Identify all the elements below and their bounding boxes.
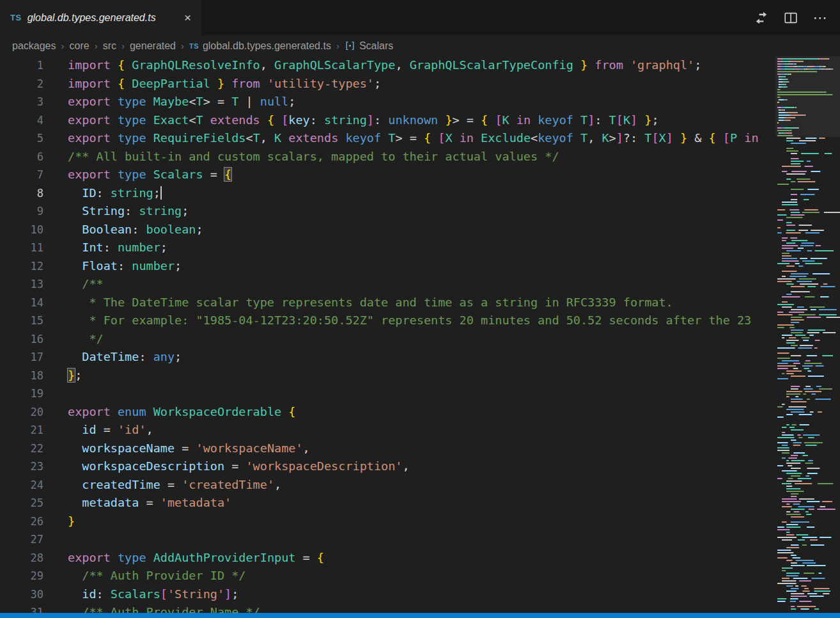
code-line-21[interactable]: 21 id = 'id', xyxy=(0,421,775,440)
code-token: T xyxy=(196,113,203,127)
line-number[interactable]: 23 xyxy=(0,457,43,476)
breadcrumb-item-file[interactable]: TS global.db.types.generated.ts xyxy=(189,40,331,52)
breadcrumb-item-generated[interactable]: generated xyxy=(130,40,176,52)
code-editor[interactable]: 1import { GraphQLResolveInfo, GraphQLSca… xyxy=(0,56,775,613)
line-number[interactable]: 2 xyxy=(0,75,43,93)
line-number[interactable]: 6 xyxy=(0,148,43,166)
code-token: 'String' xyxy=(167,587,224,601)
line-number[interactable]: 30 xyxy=(0,585,43,604)
line-number[interactable]: 17 xyxy=(0,348,43,367)
code-line-20[interactable]: 20export enum WorkspaceOrderable { xyxy=(0,403,775,422)
line-number[interactable]: 1 xyxy=(0,56,43,75)
code-line-6[interactable]: 6/** All built-in and custom scalars, ma… xyxy=(0,148,775,166)
code-line-29[interactable]: 29 /** Auth Provider ID */ xyxy=(0,567,775,585)
code-line-content: export type Maybe<T> = T | null; xyxy=(68,93,295,111)
line-number[interactable]: 15 xyxy=(0,312,43,330)
breadcrumb-item-packages[interactable]: packages xyxy=(12,40,56,52)
code-line-12[interactable]: 12 Float: number; xyxy=(0,257,775,276)
line-number[interactable]: 24 xyxy=(0,476,43,495)
tab-global-db-types-generated[interactable]: TS global.db.types.generated.ts × xyxy=(0,0,202,35)
line-number[interactable]: 18 xyxy=(0,367,43,385)
code-token: < xyxy=(189,95,196,108)
code-line-2[interactable]: 2import { DeepPartial } from 'utility-ty… xyxy=(0,75,775,93)
breadcrumb-item-core[interactable]: core xyxy=(70,40,89,52)
code-line-9[interactable]: 9 String: string; xyxy=(0,202,775,221)
code-token: RequireFields xyxy=(153,131,246,145)
line-number[interactable]: 7 xyxy=(0,166,43,184)
code-line-19[interactable]: 19 xyxy=(0,384,775,403)
code-token: < xyxy=(245,131,253,145)
line-number[interactable]: 3 xyxy=(0,93,43,111)
split-editor-icon[interactable] xyxy=(782,10,799,26)
close-tab-icon[interactable]: × xyxy=(182,11,194,24)
code-token: : xyxy=(118,259,132,273)
line-number[interactable]: 21 xyxy=(0,421,43,440)
code-line-23[interactable]: 23 workspaceDescription = 'workspaceDesc… xyxy=(0,457,775,476)
code-line-10[interactable]: 10 Boolean: boolean; xyxy=(0,221,775,239)
line-number[interactable]: 9 xyxy=(0,202,43,221)
code-token: * The DateTime scalar type represents da… xyxy=(68,296,673,309)
code-line-3[interactable]: 3export type Maybe<T> = T | null; xyxy=(0,93,775,111)
breadcrumb-file-label: global.db.types.generated.ts xyxy=(203,40,331,52)
line-number[interactable]: 8 xyxy=(0,184,43,203)
breadcrumb-item-src[interactable]: src xyxy=(103,40,116,52)
code-line-13[interactable]: 13 /** xyxy=(0,275,775,294)
line-number[interactable]: 12 xyxy=(0,257,43,276)
line-number[interactable]: 28 xyxy=(0,549,43,567)
code-line-15[interactable]: 15 * For example: "1985-04-12T23:20:50.5… xyxy=(0,312,775,330)
code-line-31[interactable]: 31 /** Auth Provider Name */ xyxy=(0,603,775,613)
code-line-1[interactable]: 1import { GraphQLResolveInfo, GraphQLSca… xyxy=(0,56,775,75)
breadcrumb-separator: › xyxy=(181,40,184,51)
code-token: Scalars xyxy=(153,168,203,181)
more-actions-icon[interactable]: ⋯ xyxy=(812,10,828,26)
code-token: & xyxy=(687,131,708,145)
code-line-17[interactable]: 17 DateTime: any; xyxy=(0,348,775,367)
code-token: { xyxy=(288,405,295,418)
code-line-30[interactable]: 30 id: Scalars['String']; xyxy=(0,585,775,604)
code-line-18[interactable]: 18}; xyxy=(0,367,775,385)
code-token: 'metadata' xyxy=(160,496,231,509)
code-token: ] xyxy=(367,113,374,127)
line-number[interactable]: 27 xyxy=(0,530,43,549)
code-line-8[interactable]: 8 ID: string; xyxy=(0,184,775,203)
line-number[interactable]: 4 xyxy=(0,111,43,130)
minimap[interactable] xyxy=(775,56,840,613)
line-number[interactable]: 31 xyxy=(0,603,43,613)
code-token: string xyxy=(139,204,182,218)
code-line-5[interactable]: 5export type RequireFields<T, K extends … xyxy=(0,129,775,148)
line-number[interactable]: 25 xyxy=(0,494,43,512)
line-number[interactable]: 26 xyxy=(0,512,43,531)
line-number[interactable]: 10 xyxy=(0,221,43,239)
code-line-24[interactable]: 24 createdTime = 'createdTime', xyxy=(0,476,775,495)
code-line-16[interactable]: 16 */ xyxy=(0,330,775,349)
line-number[interactable]: 19 xyxy=(0,384,43,403)
code-line-7[interactable]: 7export type Scalars = { xyxy=(0,166,775,184)
line-number[interactable]: 13 xyxy=(0,275,43,294)
line-number[interactable]: 5 xyxy=(0,129,43,148)
code-line-content: export type Scalars = { xyxy=(68,166,231,184)
breadcrumb-item-symbol[interactable]: Scalars xyxy=(345,40,393,52)
code-token: K xyxy=(502,113,509,127)
line-number[interactable]: 14 xyxy=(0,294,43,312)
code-token: } xyxy=(573,58,587,72)
code-token: } xyxy=(673,131,687,145)
code-line-11[interactable]: 11 Int: number; xyxy=(0,239,775,257)
code-line-28[interactable]: 28export type AddAuthProviderInput = { xyxy=(0,549,775,567)
line-number[interactable]: 22 xyxy=(0,440,43,458)
code-line-27[interactable]: 27 xyxy=(0,530,775,549)
code-line-25[interactable]: 25 metadata = 'metadata' xyxy=(0,494,775,512)
code-line-26[interactable]: 26} xyxy=(0,512,775,531)
code-token: import xyxy=(68,77,118,90)
code-token: Exact xyxy=(153,113,189,127)
line-number[interactable]: 16 xyxy=(0,330,43,349)
code-line-content: * The DateTime scalar type represents da… xyxy=(68,294,673,312)
code-line-22[interactable]: 22 workspaceName = 'workspaceName', xyxy=(0,440,775,458)
code-line-content: String: string; xyxy=(68,202,189,221)
open-changes-icon[interactable] xyxy=(753,10,770,26)
code-line-4[interactable]: 4export type Exact<T extends { [key: str… xyxy=(0,111,775,130)
code-line-14[interactable]: 14 * The DateTime scalar type represents… xyxy=(0,294,775,312)
status-bar[interactable] xyxy=(0,613,840,618)
line-number[interactable]: 29 xyxy=(0,567,43,585)
line-number[interactable]: 11 xyxy=(0,239,43,257)
line-number[interactable]: 20 xyxy=(0,403,43,422)
